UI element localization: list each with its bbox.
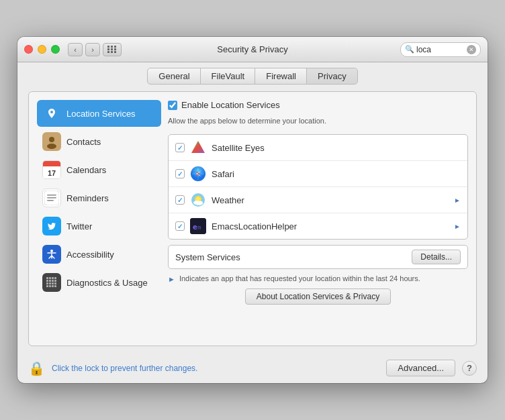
minimize-button[interactable] [38, 45, 46, 54]
content-area: Location Services Contacts [17, 85, 488, 353]
app-row-satellite: Satellite Eyes [169, 135, 467, 161]
svg-rect-17 [52, 280, 54, 282]
weather-name: Weather [212, 195, 449, 205]
details-button[interactable]: Details... [412, 250, 461, 264]
emacs-arrow-icon: ► [454, 223, 461, 230]
reminders-icon [42, 189, 61, 207]
svg-point-38 [195, 201, 203, 205]
svg-text:m: m [197, 224, 201, 231]
svg-rect-4 [47, 195, 56, 196]
help-button[interactable]: ? [462, 361, 477, 376]
svg-point-9 [50, 250, 53, 252]
app-row-weather: Weather ► [169, 187, 467, 213]
traffic-lights [24, 45, 60, 54]
svg-rect-16 [49, 280, 51, 282]
weather-checkbox[interactable] [175, 195, 185, 205]
safari-name: Safari [212, 169, 461, 179]
footnote-row: ► Indicates an app that has requested yo… [168, 274, 468, 283]
svg-rect-12 [49, 277, 51, 279]
sidebar-label-contacts: Contacts [66, 137, 101, 147]
search-icon: 🔍 [405, 45, 414, 54]
tab-filevault[interactable]: FileVault [200, 68, 257, 85]
inner-panel: Location Services Contacts [28, 91, 477, 346]
sidebar-label-location: Location Services [66, 109, 136, 119]
svg-rect-22 [54, 282, 56, 284]
about-location-button[interactable]: About Location Services & Privacy [245, 288, 391, 305]
sidebar-label-accessibility: Accessibility [66, 250, 114, 260]
satellite-icon [190, 140, 206, 156]
lock-icon[interactable]: 🔒 [28, 360, 45, 376]
sub-label: Allow the apps below to determine your l… [168, 117, 468, 125]
sidebar-item-contacts[interactable]: Contacts [37, 128, 161, 155]
enable-location-label: Enable Location Services [181, 100, 280, 110]
about-btn-row: About Location Services & Privacy [168, 288, 468, 305]
sidebar-item-twitter[interactable]: Twitter [37, 213, 161, 240]
sidebar-label-reminders: Reminders [66, 193, 109, 203]
grid-icon [107, 46, 117, 53]
emacs-name: EmacsLocationHelper [212, 221, 449, 231]
emacs-checkbox[interactable] [175, 221, 185, 231]
search-clear-button[interactable]: ✕ [467, 45, 476, 54]
bottom-bar: 🔒 Click the lock to prevent further chan… [17, 353, 488, 383]
svg-rect-18 [54, 280, 56, 282]
accessibility-icon [42, 245, 61, 264]
svg-rect-23 [46, 285, 48, 287]
tab-firewall[interactable]: Firewall [255, 68, 308, 85]
enable-location-checkbox[interactable] [168, 101, 177, 110]
main-panel: Enable Location Services Allow the apps … [168, 100, 468, 337]
satellite-checkbox[interactable] [175, 143, 185, 152]
svg-rect-13 [52, 277, 54, 279]
sidebar-item-reminders[interactable]: Reminders [37, 185, 161, 211]
svg-rect-5 [47, 197, 56, 199]
svg-rect-21 [52, 282, 54, 284]
tabs-bar: General FileVault Firewall Privacy [17, 62, 488, 85]
svg-marker-27 [191, 141, 205, 153]
svg-rect-15 [46, 280, 48, 282]
svg-rect-19 [46, 282, 48, 284]
footnote-text: Indicates an app that has requested your… [179, 274, 468, 282]
sidebar-label-twitter: Twitter [66, 221, 92, 231]
sidebar: Location Services Contacts [37, 100, 161, 337]
grid-button[interactable] [103, 43, 122, 56]
tab-general[interactable]: General [147, 68, 201, 85]
close-button[interactable] [24, 45, 33, 54]
titlebar: ‹ › Security & Privacy 🔍 ✕ [17, 37, 488, 62]
safari-checkbox[interactable] [175, 169, 185, 178]
location-icon [42, 104, 61, 123]
search-input[interactable] [416, 45, 463, 54]
sidebar-item-diagnostics[interactable]: Diagnostics & Usage [37, 269, 161, 296]
calendars-icon: 17 [42, 160, 61, 179]
app-row-emacs: e m EmacsLocationHelper ► [169, 213, 467, 239]
svg-rect-24 [49, 285, 51, 287]
emacs-icon: e m [190, 218, 206, 234]
satellite-name: Satellite Eyes [212, 143, 461, 153]
advanced-button[interactable]: Advanced... [386, 360, 455, 376]
svg-rect-26 [54, 285, 56, 287]
sidebar-label-diagnostics: Diagnostics & Usage [66, 278, 148, 288]
sidebar-item-accessibility[interactable]: Accessibility [37, 241, 161, 268]
svg-point-2 [47, 144, 56, 149]
svg-rect-25 [52, 285, 54, 287]
sidebar-item-location[interactable]: Location Services [37, 100, 161, 127]
svg-rect-20 [49, 282, 51, 284]
svg-text:e: e [193, 223, 197, 231]
system-services-row: System Services Details... [168, 245, 468, 269]
apps-list: Satellite Eyes [168, 134, 468, 240]
lock-text[interactable]: Click the lock to prevent further change… [52, 364, 197, 373]
back-button[interactable]: ‹ [68, 43, 83, 56]
search-box[interactable]: 🔍 ✕ [400, 42, 481, 57]
svg-point-1 [49, 137, 54, 142]
forward-button[interactable]: › [85, 43, 100, 56]
twitter-icon [42, 217, 61, 235]
svg-rect-11 [46, 277, 48, 279]
sidebar-label-calendars: Calendars [66, 165, 106, 175]
tab-privacy[interactable]: Privacy [306, 68, 358, 85]
diagnostics-icon [42, 273, 61, 292]
weather-icon [190, 192, 206, 208]
maximize-button[interactable] [51, 45, 60, 54]
nav-buttons: ‹ › [68, 43, 100, 56]
weather-arrow-icon: ► [454, 197, 461, 204]
sidebar-item-calendars[interactable]: 17 Calendars [37, 156, 161, 183]
contacts-icon [42, 132, 61, 151]
footnote-arrow-icon: ► [168, 275, 175, 283]
